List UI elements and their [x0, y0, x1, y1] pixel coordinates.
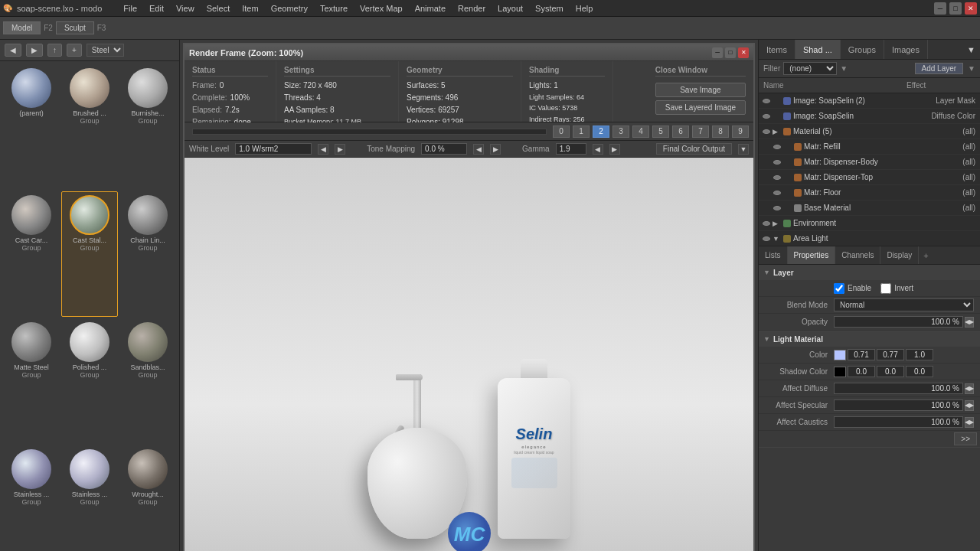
close-app-button[interactable]: ✕ [965, 2, 977, 15]
frame-9[interactable]: 9 [732, 126, 749, 138]
menu-geometry[interactable]: Geometry [265, 2, 314, 15]
frame-8[interactable]: 8 [712, 126, 729, 138]
add-layer-button[interactable]: Add Layer [915, 63, 964, 74]
frame-2[interactable]: 2 [593, 126, 609, 138]
layer-visibility-toggle[interactable] [771, 171, 783, 184]
color-swatch[interactable] [834, 350, 846, 360]
ptab-display[interactable]: Display [880, 246, 919, 264]
material-parent[interactable]: (parent) [3, 64, 60, 190]
affect-diffuse-slider-btn[interactable]: ◀▶ [965, 383, 974, 394]
tab-images[interactable]: Images [884, 40, 928, 59]
menu-file[interactable]: File [117, 2, 143, 15]
menu-help[interactable]: Help [570, 2, 599, 15]
layer-visibility-toggle[interactable] [760, 110, 773, 122]
add-layer-dropdown[interactable]: ▼ [968, 64, 975, 73]
material-stainless1[interactable]: Stainless ... Group [3, 445, 60, 551]
tab-shading[interactable]: Shad ... [795, 40, 841, 59]
menu-layout[interactable]: Layout [492, 2, 529, 15]
menu-texture[interactable]: Texture [314, 2, 354, 15]
nav-back-button[interactable]: ◀ [5, 44, 21, 57]
gamma-input[interactable] [556, 143, 586, 155]
white-level-down-button[interactable]: ◀ [318, 144, 328, 155]
material-cast-car[interactable]: Cast Car... Group [3, 191, 60, 317]
material-brushed[interactable]: Brushed ... Group [61, 64, 118, 190]
menu-select[interactable]: Select [201, 2, 237, 15]
nav-forward-button[interactable]: ▶ [26, 44, 43, 57]
ptab-channels[interactable]: Channels [835, 246, 880, 264]
layer-visibility-toggle[interactable] [760, 126, 773, 138]
material-chain-lin[interactable]: Chain Lin... Group [119, 191, 176, 317]
invert-checkbox[interactable] [880, 283, 891, 294]
light-material-header[interactable]: ▼ Light Material [759, 331, 980, 347]
frame-7[interactable]: 7 [692, 126, 709, 138]
enable-checkbox[interactable] [834, 283, 844, 294]
sculpt-button[interactable]: Sculpt [56, 21, 94, 34]
white-level-up-button[interactable]: ▶ [335, 144, 345, 155]
frame-6[interactable]: 6 [672, 126, 689, 138]
expand-button[interactable]: >> [954, 432, 977, 445]
layer-visibility-toggle[interactable] [771, 156, 783, 168]
tab-items[interactable]: Items [759, 40, 795, 59]
blend-mode-select[interactable]: Normal [834, 298, 974, 311]
affect-specular-slider-btn[interactable]: ◀▶ [965, 400, 974, 411]
layer-matr-refill[interactable]: Matr: Refill (all) [759, 139, 980, 155]
final-color-button[interactable]: Final Color Output [656, 143, 732, 155]
frame-4[interactable]: 4 [632, 126, 649, 138]
layer-visibility-toggle[interactable] [760, 233, 773, 245]
layer-expand-icon[interactable]: ▶ [773, 220, 783, 227]
layer-visibility-toggle[interactable] [760, 95, 773, 107]
tone-up-button[interactable]: ▶ [490, 144, 501, 155]
layer-area-light[interactable]: ▼ Area Light [759, 231, 980, 246]
final-color-dropdown[interactable]: ▼ [738, 144, 749, 155]
menu-edit[interactable]: Edit [143, 2, 170, 15]
minimize-button[interactable]: ─ [934, 2, 946, 15]
ptab-add[interactable]: + [919, 246, 933, 264]
ptab-properties[interactable]: Properties [788, 246, 836, 264]
filter-select[interactable]: (none) [783, 62, 837, 75]
model-button[interactable]: Model [3, 21, 41, 34]
layer-matr-dispenser-top[interactable]: Matr: Dispenser-Top (all) [759, 170, 980, 185]
frame-0[interactable]: 0 [553, 126, 570, 138]
shadow-color-swatch[interactable] [834, 367, 846, 377]
menu-render[interactable]: Render [452, 2, 492, 15]
gamma-up-button[interactable]: ▶ [609, 144, 620, 155]
layer-visibility-toggle[interactable] [771, 187, 783, 199]
layer-visibility-toggle[interactable] [760, 217, 773, 230]
layer-expand-icon[interactable]: ▼ [773, 235, 783, 243]
white-level-input[interactable] [235, 143, 312, 155]
layer-image-soapselin2[interactable]: Image: SoapSelin (2) Layer Mask [759, 93, 980, 109]
gamma-down-button[interactable]: ◀ [593, 144, 603, 155]
material-cast-stainless[interactable]: Cast Stal... Group [61, 191, 118, 317]
save-image-button[interactable]: Save Image [655, 83, 746, 97]
layer-section-header[interactable]: ▼ Layer [759, 265, 980, 280]
ptab-lists[interactable]: Lists [759, 246, 788, 264]
frame-5[interactable]: 5 [652, 126, 669, 138]
layer-matr-floor[interactable]: Matr: Floor (all) [759, 185, 980, 201]
layer-image-soapselin[interactable]: Image: SoapSelin Diffuse Color [759, 109, 980, 124]
material-dropdown[interactable]: Steel [87, 44, 124, 57]
layer-material5[interactable]: ▶ Material (5) (all) [759, 124, 980, 139]
tab-groups[interactable]: Groups [841, 40, 884, 59]
nav-up-button[interactable]: ↑ [47, 44, 62, 57]
material-burnished[interactable]: Burnishe... Group [119, 64, 176, 190]
render-close-button[interactable]: ✕ [738, 47, 749, 58]
material-stainless2[interactable]: Stainless ... Group [61, 445, 118, 551]
material-polished[interactable]: Polished ... Group [61, 318, 118, 444]
menu-animate[interactable]: Animate [409, 2, 452, 15]
maximize-button[interactable]: □ [949, 2, 962, 15]
frame-1[interactable]: 1 [573, 126, 590, 138]
tabs-more-button[interactable]: ▼ [962, 40, 980, 59]
layer-environment[interactable]: ▶ Environment [759, 216, 980, 231]
frame-3[interactable]: 3 [612, 126, 629, 138]
layer-matr-dispenser-body[interactable]: Matr: Dispenser-Body (all) [759, 155, 980, 170]
add-material-button[interactable]: + [67, 44, 82, 57]
tone-down-button[interactable]: ◀ [473, 144, 484, 155]
menu-vertex-map[interactable]: Vertex Map [354, 2, 409, 15]
render-maximize-button[interactable]: □ [725, 47, 736, 58]
material-wrought[interactable]: Wrought... Group [119, 445, 176, 551]
render-minimize-button[interactable]: ─ [712, 47, 723, 58]
layer-expand-icon[interactable]: ▶ [773, 128, 783, 135]
menu-system[interactable]: System [529, 2, 570, 15]
menu-item[interactable]: Item [236, 2, 264, 15]
layer-base-material[interactable]: Base Material (all) [759, 201, 980, 216]
